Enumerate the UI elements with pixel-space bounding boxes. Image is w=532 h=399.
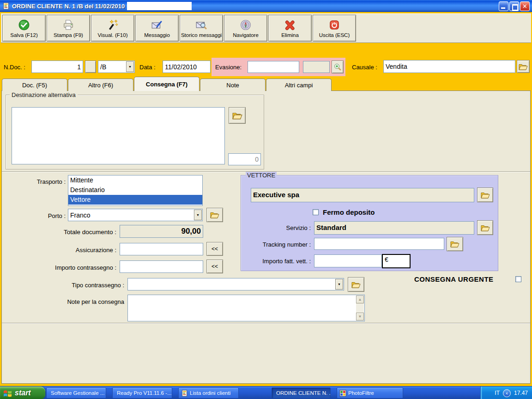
assicurazione-label: Assicurazione : <box>2 247 116 254</box>
destinazione-group-title: Destinazione alternativa <box>10 91 78 98</box>
tab-consegna[interactable]: Consegna (F7) <box>134 77 200 91</box>
fermo-deposito-checkbox[interactable] <box>313 209 319 215</box>
tab-consegna-label: Consegna (F7) <box>146 81 187 88</box>
save-button[interactable]: Salva (F12) <box>2 15 46 42</box>
tipo-contrassegno-lookup-button[interactable] <box>348 277 364 292</box>
clock[interactable]: 17.47 <box>514 390 528 396</box>
porto-combobox[interactable]: Franco ▼ <box>68 209 203 221</box>
importo-fatt-label: Importo fatt. vett. : <box>241 258 311 265</box>
assicurazione-recall-button[interactable]: << <box>206 242 223 256</box>
consegna-urgente-label: CONSEGNA URGENTE <box>414 275 494 283</box>
assicurazione-input[interactable] <box>120 243 203 255</box>
currency-field: € <box>382 254 411 268</box>
navigator-button-label: Navigatore <box>233 32 259 38</box>
message-button-label: Messaggio <box>144 32 170 38</box>
ndoc-label: N.Doc. : <box>4 64 25 71</box>
tab-doc[interactable]: Doc. (F5) <box>2 79 67 91</box>
save-check-icon <box>18 19 30 31</box>
taskbar-item-photofiltre[interactable]: PhotoFiltre <box>337 387 403 399</box>
envelope-search-icon <box>195 19 207 31</box>
toolbar: Salva (F12) Stampa (F9) Visual. (F10) Me… <box>1 13 531 43</box>
series-value: /B <box>100 63 106 71</box>
servizio-label: Servizio : <box>241 224 311 231</box>
tab-note[interactable]: Note <box>200 79 266 91</box>
fermo-deposito-label: Fermo deposito <box>323 208 375 216</box>
importo-contrassegno-input[interactable] <box>120 260 203 273</box>
title-redaction-box <box>127 2 192 10</box>
power-icon <box>328 19 340 31</box>
causale-lookup-button[interactable] <box>517 60 530 73</box>
print-button[interactable]: Stampa (F9) <box>47 15 90 42</box>
document-header-row: N.Doc. : /B ▼ Data : Evasione: Causale : <box>0 58 532 76</box>
destinazione-alternativa-group: Destinazione alternativa 0 <box>6 95 264 169</box>
document-icon <box>181 390 188 397</box>
causale-input[interactable] <box>383 60 515 73</box>
evasione-search-button[interactable] <box>332 60 344 73</box>
tab-altri-campi[interactable]: Altri campi <box>266 79 332 91</box>
note-consegna-scrollbar[interactable]: ▲ ▼ <box>356 296 364 320</box>
vettore-lookup-button[interactable] <box>477 187 493 202</box>
totale-documento-label: Totale documento : <box>2 229 116 236</box>
trasporto-option-mittente[interactable]: Mittente <box>68 175 202 185</box>
message-history-button[interactable]: Storico messaggi <box>180 15 223 42</box>
start-label: start <box>15 389 31 397</box>
delete-button-label: Elimina <box>281 32 299 38</box>
trasporto-option-destinatario[interactable]: Destinatario <box>68 185 202 195</box>
taskbar-item-ordine-cliente[interactable]: ORDINE CLIENTE N. ... <box>272 387 331 399</box>
exit-button[interactable]: Uscita (ESC) <box>313 15 356 42</box>
tab-altro[interactable]: Altro (F6) <box>68 79 133 91</box>
tracking-number-input[interactable] <box>314 238 444 250</box>
destinazione-lookup-button[interactable] <box>229 107 246 124</box>
servizio-lookup-button[interactable] <box>477 220 493 235</box>
evasione-input[interactable] <box>248 61 299 73</box>
window-title: ORDINE CLIENTE N. 1 /B del 11/02/2010 <box>12 3 125 10</box>
porto-lookup-button[interactable] <box>206 208 223 222</box>
vettore-group: VETTORE Executive spa Fermo deposito Ser… <box>241 175 498 271</box>
ndoc-input[interactable] <box>31 60 83 73</box>
taskbar-item-ready-pro[interactable]: Ready Pro V11.11.6 -... <box>112 387 172 399</box>
consegna-urgente-checkbox[interactable] <box>515 276 521 282</box>
data-label: Data : <box>139 64 156 71</box>
note-consegna-label: Note per la consegna <box>2 298 124 305</box>
tracking-lookup-button[interactable] <box>447 237 463 251</box>
taskbar-item-lista-ordini[interactable]: Lista ordini clienti <box>178 387 239 399</box>
scroll-up-icon[interactable]: ▲ <box>356 296 364 303</box>
taskbar-item-label: Software Gestionale ... <box>51 390 104 396</box>
ndoc-aux-button[interactable] <box>85 60 96 73</box>
print-button-label: Stampa (F9) <box>54 32 83 38</box>
scroll-down-icon[interactable]: ▼ <box>356 313 364 320</box>
preview-button[interactable]: Visual. (F10) <box>91 15 134 42</box>
minimize-button[interactable] <box>499 1 508 11</box>
note-consegna-textarea[interactable]: ▲ ▼ <box>127 295 365 321</box>
section-divider <box>2 323 530 324</box>
series-combobox[interactable]: /B ▼ <box>98 60 135 73</box>
hide-icons-chevron-icon[interactable]: ‹ <box>503 389 511 397</box>
photofiltre-icon <box>339 390 346 397</box>
taskbar-item-software-gestionale[interactable]: Software Gestionale ... <box>46 387 106 399</box>
taskbar-item-label: Lista ordini clienti <box>190 390 230 396</box>
tab-strip: Doc. (F5) Altro (F6) Consegna (F7) Note … <box>2 77 332 91</box>
delete-button[interactable]: Elimina <box>268 15 312 42</box>
navigator-button[interactable]: Navigatore <box>224 15 267 42</box>
taskbar: start Software Gestionale ... Ready Pro … <box>0 386 532 399</box>
restore-button[interactable] <box>509 1 519 11</box>
window-controls: ✕ <box>499 1 530 11</box>
start-button[interactable]: start <box>0 387 45 399</box>
close-button[interactable]: ✕ <box>520 1 530 11</box>
tipo-contrassegno-dropdown-arrow-icon[interactable]: ▼ <box>335 279 343 290</box>
destinazione-textarea[interactable] <box>12 107 225 164</box>
language-indicator[interactable]: IT <box>495 390 500 396</box>
series-dropdown-arrow-icon[interactable]: ▼ <box>126 61 134 72</box>
consegna-tab-panel: Destinazione alternativa 0 Trasporto : M… <box>1 91 531 384</box>
importo-contrassegno-recall-button[interactable]: << <box>206 260 223 273</box>
importo-fatt-input[interactable] <box>314 254 382 267</box>
message-button[interactable]: Messaggio <box>135 15 179 42</box>
porto-dropdown-arrow-icon[interactable]: ▼ <box>194 210 202 220</box>
vettore-nome-field: Executive spa <box>251 188 474 202</box>
porto-value: Franco <box>70 212 91 219</box>
trasporto-option-vettore[interactable]: Vettore <box>68 195 202 205</box>
windows-flag-icon <box>3 389 12 397</box>
data-input[interactable] <box>163 60 211 73</box>
tipo-contrassegno-combobox[interactable]: ▼ <box>127 278 344 290</box>
taskbar-item-label: Ready Pro V11.11.6 -... <box>117 390 171 396</box>
